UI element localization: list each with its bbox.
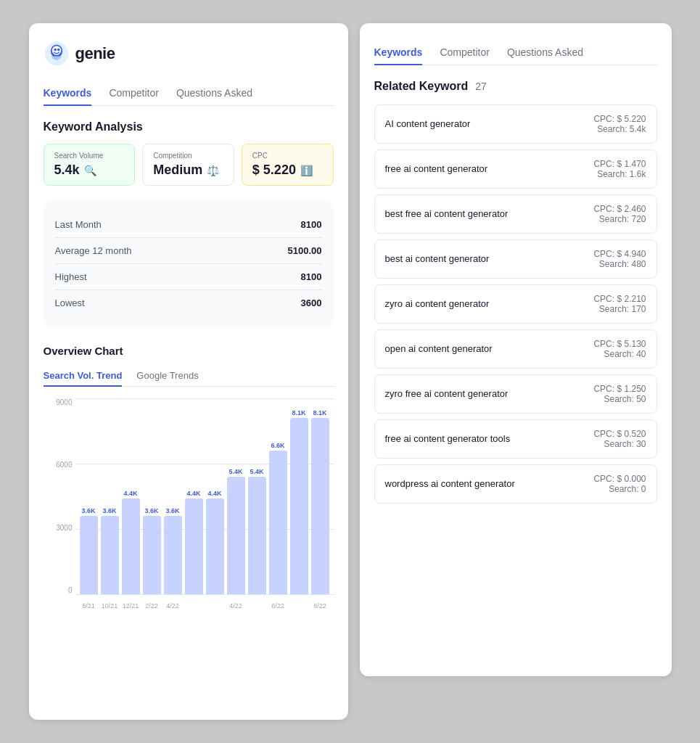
chart-tabs: Search Vol. Trend Google Trends: [44, 366, 334, 387]
keyword-cpc: CPC: $ 2.210: [593, 294, 646, 304]
tab-competitor-left[interactable]: Competitor: [109, 81, 158, 106]
metric-label: Lowest: [55, 297, 85, 308]
cpc-value-row: $ 5.220 ℹ️: [252, 163, 323, 178]
chart-tab-search-vol[interactable]: Search Vol. Trend: [44, 366, 123, 387]
bar-label-top: 5.4K: [250, 468, 263, 475]
competition-box: Competition Medium ⚖️: [142, 144, 234, 186]
bar-group: 8.1K: [311, 398, 329, 594]
chart-tab-google-trends[interactable]: Google Trends: [136, 366, 198, 387]
keyword-cpc: CPC: $ 0.520: [593, 429, 646, 439]
right-tabs: Keywords Competitor Questions Asked: [374, 41, 657, 65]
bar-group: 5.4K: [227, 398, 245, 594]
chart-y-axis: 9000600030000: [44, 398, 73, 594]
keyword-search: Search: 5.4k: [593, 124, 646, 134]
bar: [206, 498, 224, 594]
x-label: 12/21: [122, 602, 140, 609]
x-label: 6/22: [311, 602, 329, 609]
competition-value-row: Medium ⚖️: [153, 163, 223, 178]
tab-keywords-right[interactable]: Keywords: [374, 41, 423, 65]
x-label: 4/22: [227, 602, 245, 609]
bar-group: 4.4K: [206, 398, 224, 594]
keyword-cpc: CPC: $ 5.220: [593, 114, 646, 124]
keyword-name: best free ai content generator: [385, 208, 508, 221]
keyword-item[interactable]: best ai content generator CPC: $ 4.940 S…: [374, 239, 657, 279]
keyword-meta: CPC: $ 0.000 Search: 0: [593, 474, 646, 494]
keyword-meta: CPC: $ 5.130 Search: 40: [593, 339, 646, 359]
bar: [248, 477, 266, 594]
keyword-meta: CPC: $ 2.210 Search: 170: [593, 294, 646, 314]
bar: [290, 418, 308, 594]
x-labels: 8/2110/2112/212/224/224/226/226/22: [75, 596, 334, 616]
keyword-item[interactable]: AI content generator CPC: $ 5.220 Search…: [374, 104, 657, 144]
bar-label-top: 4.4K: [207, 490, 221, 497]
bar: [311, 418, 329, 594]
chart-section-title: Overview Chart: [44, 345, 334, 357]
metric-label: Last Month: [55, 219, 102, 230]
bar: [164, 516, 182, 594]
cpc-info-icon: ℹ️: [300, 165, 313, 176]
left-panel: genie Keywords Competitor Questions Aske…: [29, 23, 348, 720]
panels-container: genie Keywords Competitor Questions Aske…: [29, 23, 672, 720]
bar: [80, 516, 98, 594]
competition-value: Medium: [153, 163, 202, 178]
search-icon: 🔍: [84, 165, 96, 176]
keyword-name: AI content generator: [385, 118, 471, 131]
competition-icon: ⚖️: [207, 165, 219, 176]
tab-competitor-right[interactable]: Competitor: [440, 41, 489, 65]
metric-row: Average 12 month 5100.00: [55, 238, 322, 264]
keyword-item[interactable]: zyro ai content generator CPC: $ 2.210 S…: [374, 284, 657, 324]
svg-point-4: [57, 49, 59, 52]
metric-value: 5100.00: [288, 245, 322, 256]
bar-label-top: 3.6K: [81, 507, 95, 514]
keyword-item[interactable]: free ai content generator CPC: $ 1.470 S…: [374, 149, 657, 189]
related-title: Related Keyword: [374, 80, 469, 93]
tab-questions-left[interactable]: Questions Asked: [176, 81, 252, 106]
keyword-search: Search: 170: [593, 304, 646, 314]
bar: [227, 477, 245, 594]
related-header: Related Keyword 27: [374, 80, 657, 93]
y-label: 3000: [56, 524, 72, 532]
metric-row: Last Month 8100: [55, 212, 322, 238]
x-label: 8/21: [80, 602, 98, 609]
metrics-table: Last Month 8100 Average 12 month 5100.00…: [44, 200, 334, 327]
metric-value: 8100: [301, 219, 322, 230]
keyword-item[interactable]: zyro free ai content generator CPC: $ 1.…: [374, 374, 657, 414]
keyword-meta: CPC: $ 4.940 Search: 480: [593, 249, 646, 269]
keyword-cpc: CPC: $ 2.460: [593, 204, 646, 214]
competition-label: Competition: [153, 152, 223, 160]
keyword-search: Search: 1.6k: [593, 169, 646, 179]
bar-label-top: 8.1K: [292, 409, 305, 416]
keyword-item[interactable]: free ai content generator tools CPC: $ 0…: [374, 419, 657, 459]
tab-questions-right[interactable]: Questions Asked: [507, 41, 583, 65]
keyword-item[interactable]: open ai content generator CPC: $ 5.130 S…: [374, 329, 657, 369]
keyword-item[interactable]: best free ai content generator CPC: $ 2.…: [374, 194, 657, 234]
search-volume-box: Search Volume 5.4k 🔍: [44, 144, 136, 186]
bar-label-top: 3.6K: [144, 507, 158, 514]
keyword-cpc: CPC: $ 5.130: [593, 339, 646, 349]
keyword-analysis-title: Keyword Analysis: [44, 120, 334, 134]
grid-line: [75, 594, 334, 595]
keyword-search: Search: 50: [593, 394, 646, 404]
logo-text: genie: [75, 44, 115, 63]
metric-value: 3600: [301, 297, 322, 308]
bars-container: 3.6K3.6K4.4K3.6K3.6K4.4K4.4K5.4K5.4K6.6K…: [75, 398, 334, 594]
logo-area: genie: [44, 41, 334, 67]
keyword-cpc: CPC: $ 1.250: [593, 384, 646, 394]
keyword-meta: CPC: $ 1.470 Search: 1.6k: [593, 159, 646, 179]
keyword-meta: CPC: $ 1.250 Search: 50: [593, 384, 646, 404]
logo-icon: [44, 41, 70, 67]
keyword-name: free ai content generator tools: [385, 432, 511, 446]
bar-group: 4.4K: [122, 398, 140, 594]
keyword-item[interactable]: wordpress ai content generator CPC: $ 0.…: [374, 464, 657, 504]
tab-keywords-left[interactable]: Keywords: [44, 81, 92, 106]
keyword-meta: CPC: $ 0.520 Search: 30: [593, 429, 646, 449]
cpc-box: CPC $ 5.220 ℹ️: [242, 144, 334, 186]
svg-point-3: [54, 49, 57, 52]
bar: [143, 516, 161, 594]
search-volume-label: Search Volume: [54, 152, 125, 160]
bar: [185, 498, 203, 594]
bar-label-top: 8.1K: [313, 409, 326, 416]
bar-label-top: 6.6K: [271, 442, 284, 449]
bar-group: 5.4K: [248, 398, 266, 594]
related-count: 27: [475, 81, 487, 92]
